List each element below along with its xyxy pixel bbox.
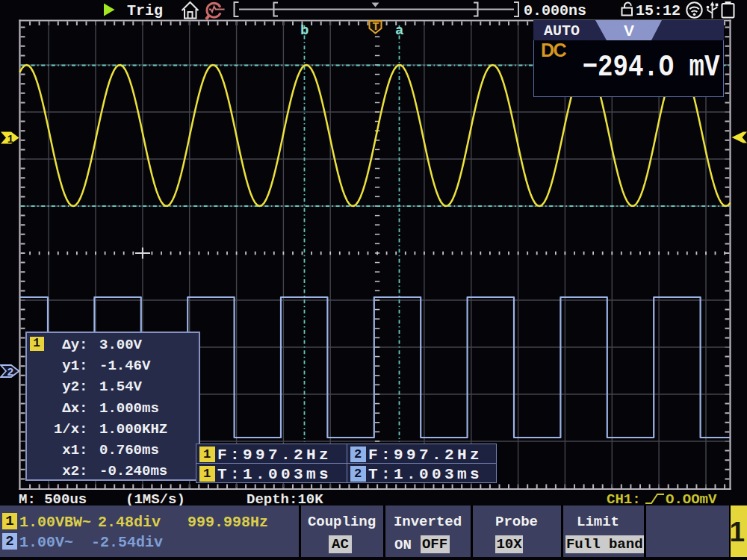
svg-text:T: T bbox=[372, 21, 379, 34]
svg-text:a: a bbox=[395, 22, 403, 39]
svg-text:1: 1 bbox=[7, 132, 13, 145]
svg-text:2: 2 bbox=[7, 365, 13, 378]
svg-text:b: b bbox=[300, 22, 309, 39]
